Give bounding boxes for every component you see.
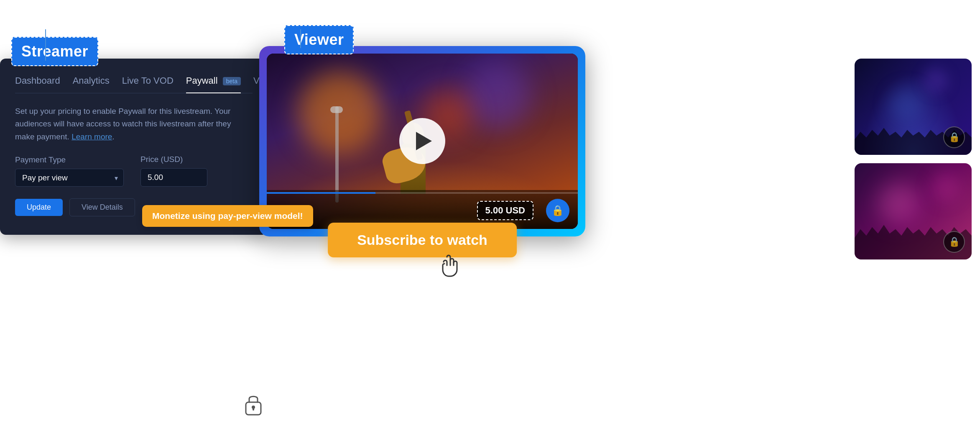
svg-rect-2 xyxy=(253,407,254,411)
side-lock-badge-1: 🔒 xyxy=(943,126,965,148)
tab-dashboard[interactable]: Dashboard xyxy=(15,75,60,86)
payment-type-select[interactable]: Pay per view xyxy=(15,169,124,187)
price-badge: 5.00 USD xyxy=(477,201,533,220)
payment-type-select-wrapper: Pay per view xyxy=(15,169,124,187)
play-icon xyxy=(416,132,432,150)
connector-line-streamer xyxy=(45,29,46,61)
side-lock-icon-1: 🔒 xyxy=(949,132,960,143)
update-button[interactable]: Update xyxy=(15,199,63,216)
bottom-lock-icon xyxy=(242,391,264,421)
tab-paywall[interactable]: Paywall beta xyxy=(186,75,241,86)
tab-analytics[interactable]: Analytics xyxy=(73,75,110,86)
tooltip-bubble: Monetize using pay-per-view model! xyxy=(142,205,313,227)
mic-stand xyxy=(335,106,339,203)
video-container: ⏸ 🔉 5.00 USD 🔒 xyxy=(267,54,578,229)
viewer-label: Viewer xyxy=(284,25,354,54)
progress-bar xyxy=(267,192,375,194)
side-panel-2: 🔒 xyxy=(855,163,972,259)
connector-line-viewer xyxy=(300,29,301,48)
payment-type-label: Payment Type xyxy=(15,155,124,164)
stage-light-2 xyxy=(464,62,531,129)
view-details-button[interactable]: View Details xyxy=(69,198,135,216)
play-button[interactable] xyxy=(399,118,445,164)
side-lock-icon-2: 🔒 xyxy=(949,236,960,247)
nav-tabs: Dashboard Analytics Live To VOD Paywall … xyxy=(15,75,253,93)
price-label: Price (USD) xyxy=(140,155,207,164)
form-row: Payment Type Pay per view Price (USD) xyxy=(15,155,253,187)
lock-circle-button[interactable]: 🔒 xyxy=(546,199,569,222)
right-panels: 🔒 🔒 xyxy=(855,59,972,259)
side-lock-badge-2: 🔒 xyxy=(943,231,965,253)
subscribe-button[interactable]: Subscribe to watch xyxy=(328,223,517,257)
beta-badge: beta xyxy=(223,77,241,85)
panel-description: Set up your pricing to enable Paywall fo… xyxy=(15,105,253,143)
stage-light-1 xyxy=(298,71,381,155)
tab-live-to-vod[interactable]: Live To VOD xyxy=(122,75,174,86)
side-panel-1: 🔒 xyxy=(855,59,972,155)
payment-type-group: Payment Type Pay per view xyxy=(15,155,124,187)
learn-more-link[interactable]: Learn more xyxy=(71,132,112,141)
price-group: Price (USD) xyxy=(140,155,207,187)
streamer-label: Streamer xyxy=(11,37,98,66)
cursor-hand-icon xyxy=(439,254,459,282)
lock-icon: 🔒 xyxy=(551,205,564,216)
price-input[interactable] xyxy=(140,168,207,187)
